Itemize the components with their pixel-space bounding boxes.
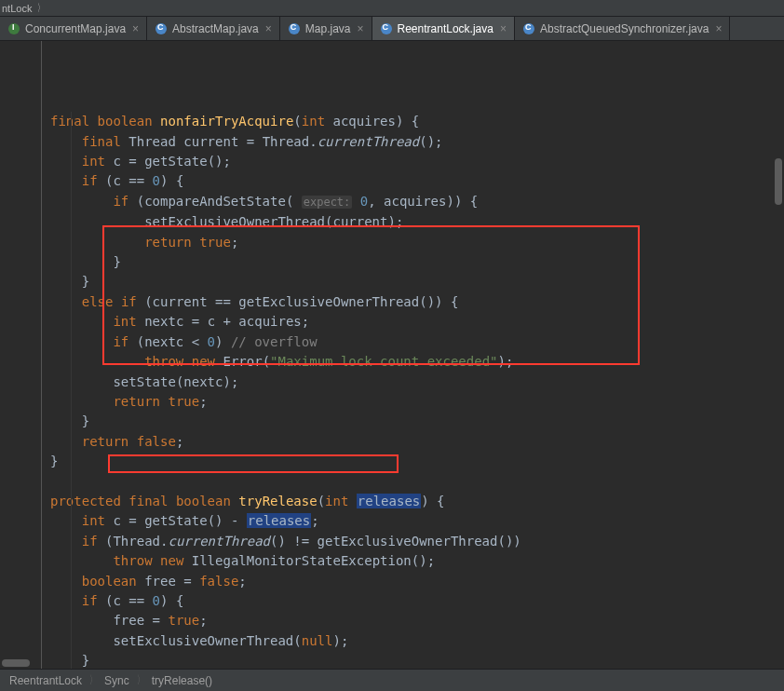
editor-tab[interactable]: ConcurrentMap.java× xyxy=(0,17,147,40)
class-file-icon xyxy=(522,22,535,35)
tab-label: ConcurrentMap.java xyxy=(25,22,126,35)
horizontal-scrollbar-thumb[interactable] xyxy=(2,659,30,667)
code-content[interactable]: final boolean nonfairTryAcquire(int acqu… xyxy=(0,112,784,669)
tab-label: AbstractQueuedSynchronizer.java xyxy=(540,22,709,35)
vertical-scrollbar-thumb[interactable] xyxy=(775,158,782,205)
editor-tab[interactable]: AbstractMap.java× xyxy=(147,17,280,40)
chevron-right-icon: 〉 xyxy=(137,672,144,688)
breadcrumb-bar: ReentrantLock 〉 Sync 〉 tryRelease() xyxy=(0,669,784,691)
close-icon[interactable]: × xyxy=(132,22,139,35)
class-file-icon xyxy=(380,22,393,35)
code-editor[interactable]: final boolean nonfairTryAcquire(int acqu… xyxy=(0,41,784,669)
close-icon[interactable]: × xyxy=(500,22,507,35)
indent-guide xyxy=(71,112,72,669)
tab-label: AbstractMap.java xyxy=(172,22,259,35)
window-title-fragment: ntLock 〉 xyxy=(0,0,784,17)
close-icon[interactable]: × xyxy=(715,22,722,35)
tab-label: Map.java xyxy=(305,22,351,35)
interface-file-icon xyxy=(7,22,20,35)
class-file-icon xyxy=(288,22,301,35)
breadcrumb-item[interactable]: ReentrantLock xyxy=(9,674,82,687)
tab-label: ReentrantLock.java xyxy=(398,22,493,35)
editor-tab-bar: ConcurrentMap.java×AbstractMap.java×Map.… xyxy=(0,17,784,41)
chevron-right-icon: 〉 xyxy=(37,1,45,15)
close-icon[interactable]: × xyxy=(358,22,364,35)
breadcrumb-item[interactable]: tryRelease() xyxy=(152,674,212,687)
close-icon[interactable]: × xyxy=(265,22,272,35)
window-title-text: ntLock xyxy=(2,3,32,14)
editor-tab[interactable]: AbstractQueuedSynchronizer.java× xyxy=(515,17,730,40)
chevron-right-icon: 〉 xyxy=(89,672,97,688)
class-file-icon xyxy=(155,22,168,35)
breadcrumb-item[interactable]: Sync xyxy=(104,674,129,687)
editor-tab[interactable]: Map.java× xyxy=(280,17,372,40)
editor-tab[interactable]: ReentrantLock.java× xyxy=(372,17,515,40)
